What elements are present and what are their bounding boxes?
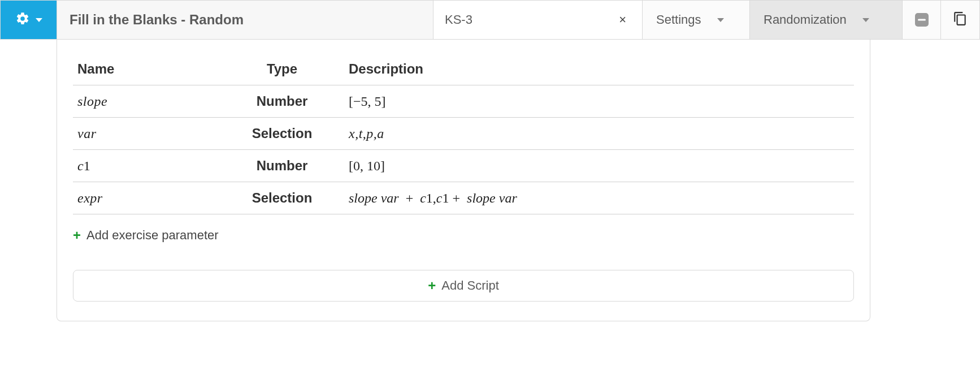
table-row[interactable]: slope Number [−5, 5] [73,85,854,118]
chevron-down-icon [862,18,869,22]
settings-dropdown-label: Settings [656,12,701,27]
chevron-down-icon [36,18,42,22]
param-type: Selection [220,182,344,214]
toolbar: Fill in the Blanks - Random × Settings R… [0,0,980,40]
param-description: [0, 10] [349,158,385,173]
header-name: Name [73,55,220,85]
parameters-table: Name Type Description slope Number [−5, … [73,55,854,214]
add-script-label: Add Script [441,278,499,293]
collapse-button[interactable] [903,1,941,39]
add-parameter-label: Add exercise parameter [86,228,219,243]
header-type: Type [220,55,344,85]
param-type: Number [220,150,344,182]
param-name: var [77,126,97,141]
param-type: Selection [220,118,344,150]
settings-gear-button[interactable] [1,1,57,39]
param-name: expr [77,191,103,205]
settings-dropdown[interactable]: Settings [643,1,750,39]
param-name: c1 [77,158,90,173]
plus-icon: + [73,229,81,242]
randomization-panel: Name Type Description slope Number [−5, … [57,40,870,321]
tag-input[interactable] [445,12,614,27]
param-name: slope [77,94,107,109]
plus-icon: + [428,279,436,292]
copy-icon [953,11,968,29]
table-row[interactable]: expr Selection slope var + c1,c1 + slope… [73,182,854,214]
exercise-title: Fill in the Blanks - Random [57,1,433,39]
title-text: Fill in the Blanks - Random [70,12,244,28]
copy-button[interactable] [941,1,979,39]
table-header-row: Name Type Description [73,55,854,85]
param-description: x,t,p,a [349,126,384,141]
gear-icon [15,11,30,29]
param-description: slope var + c1,c1 + slope var [349,191,517,205]
add-script-button[interactable]: + Add Script [73,270,854,302]
minus-icon [915,13,929,27]
clear-icon[interactable]: × [614,10,631,29]
chevron-down-icon [717,18,724,22]
param-description: [−5, 5] [349,94,386,109]
tag-input-segment[interactable]: × [433,1,643,39]
randomization-dropdown-label: Randomization [764,12,847,27]
table-row[interactable]: c1 Number [0, 10] [73,150,854,182]
header-description: Description [344,55,854,85]
table-row[interactable]: var Selection x,t,p,a [73,118,854,150]
randomization-dropdown[interactable]: Randomization [750,1,903,39]
add-parameter-button[interactable]: + Add exercise parameter [73,228,219,243]
param-type: Number [220,85,344,118]
